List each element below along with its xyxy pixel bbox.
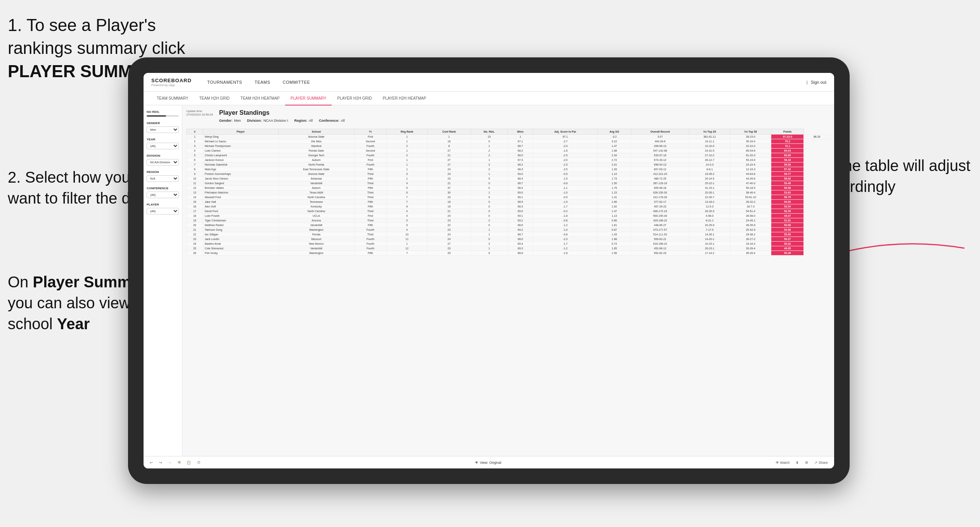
cell-12-5: 30: [427, 190, 471, 195]
toolbar-settings[interactable]: ⚙: [803, 460, 810, 465]
cell-24-9: 1.65: [597, 246, 631, 251]
filter-player-select[interactable]: (All): [147, 208, 179, 214]
cell-15-2: Kentucky: [278, 204, 354, 209]
filter-player: Player (All): [147, 203, 179, 214]
table-header-row: # Player School Yr Reg Rank Conf Rank No…: [187, 129, 830, 135]
cell-6-11: 14-3-3: [689, 162, 730, 167]
cell-5-10: 674-33-12: [631, 158, 689, 162]
cell-19-10: 448-85-27: [631, 223, 689, 228]
cell-2-5: 8: [427, 144, 471, 149]
cell-18-3: Third: [354, 218, 386, 223]
cell-7-6: 2: [471, 167, 507, 172]
cell-10-1: Gordon Sargent: [203, 181, 278, 186]
table-row: 21Taehoon SongWashingtonFourth423169.2-1…: [187, 228, 830, 232]
sub-nav-player-h2h-heatmap[interactable]: PLAYER H2H HEATMAP: [377, 92, 432, 105]
col-avg-sg: Avg SG: [597, 129, 631, 135]
sub-nav-player-summary[interactable]: PLAYER SUMMARY: [285, 92, 332, 105]
cell-24-13: 49.95: [771, 246, 804, 251]
filter-division-select[interactable]: NCAA Division I: [147, 159, 179, 166]
annotation-4-bold2: Year: [57, 315, 90, 332]
filter-conference-label: Conference: [147, 187, 179, 190]
cell-21-7: 68.7: [507, 232, 533, 237]
cell-14-4: 7: [386, 200, 427, 204]
cell-1-6: 0: [471, 139, 507, 144]
toolbar-back[interactable]: ←: [167, 460, 173, 465]
nav-tournaments[interactable]: TOURNAMENTS: [201, 73, 248, 92]
cell-0-10: 3.07: [631, 135, 689, 139]
toolbar-redo[interactable]: ↪: [158, 460, 164, 465]
cell-14-13: 50.55: [771, 200, 804, 204]
sign-out-button[interactable]: Sign out: [811, 80, 826, 85]
sub-nav-team-h2h-grid[interactable]: TEAM H2H GRID: [194, 92, 235, 105]
nav-committee[interactable]: COMMITTEE: [277, 73, 317, 92]
nav-teams[interactable]: TEAMS: [248, 73, 276, 92]
cell-9-2: Arkansas: [278, 176, 354, 181]
cell-19-12: 49-35-9: [730, 223, 771, 228]
cell-12-3: Third: [354, 190, 386, 195]
cell-5-3: First: [354, 158, 386, 162]
table-row: 7Nicholas GabrelcikNorth FloridaFourth12…: [187, 162, 830, 167]
cell-8-6: 1: [471, 172, 507, 176]
cell-1-12: 35-16-4: [730, 139, 771, 144]
cell-14-1: Jake Hall: [203, 200, 278, 204]
cell-8-11: 19-39-2: [689, 172, 730, 176]
cell-1-8: -2.7: [533, 139, 597, 144]
filter-region-select[interactable]: N/A: [147, 175, 179, 182]
cell-2-9: 1.47: [597, 144, 631, 149]
filter-gender-select[interactable]: Men: [147, 126, 179, 133]
cell-18-11: 8-21-1: [689, 218, 730, 223]
cell-0-4: 1: [386, 135, 427, 139]
table-row: 12Brendan ValdesAuburnFifth537068.4-1.11…: [187, 186, 830, 190]
cell-18-4: 5: [386, 218, 427, 223]
cell-6-8: -2.3: [533, 162, 597, 167]
cell-13-11: 22-26-7: [689, 195, 730, 200]
toolbar-clock[interactable]: ⏱: [196, 460, 202, 465]
sub-nav-team-h2h-heatmap[interactable]: TEAM H2H HEATMAP: [235, 92, 285, 105]
cell-21-0: 22: [187, 232, 203, 237]
filter-slider[interactable]: [147, 115, 179, 117]
toolbar-download[interactable]: ⬇: [794, 460, 800, 465]
cell-22-8: -2.3: [533, 237, 597, 242]
table-row: 10Jacob Skov OlesenArkansasFifth123068.4…: [187, 176, 830, 181]
filter-conference-select[interactable]: (All): [147, 192, 179, 198]
cell-17-8: -1.8: [533, 214, 597, 218]
cell-16-8: -0.2: [533, 209, 597, 214]
cell-13-8: -0.5: [533, 195, 597, 200]
cell-12-1: Phichaksn Maichon: [203, 190, 278, 195]
cell-11-13: 50.96: [771, 186, 804, 190]
cell-20-8: -1.0: [533, 228, 597, 232]
col-points: Points: [771, 129, 804, 135]
cell-3-8: -1.6: [533, 149, 597, 153]
sub-nav-player-h2h-grid[interactable]: PLAYER H2H GRID: [332, 92, 377, 105]
cell-14-11: 13-18-2: [689, 200, 730, 204]
cell-2-8: -2.0: [533, 144, 597, 149]
cell-21-4: 10: [386, 232, 427, 237]
toolbar-copy[interactable]: ⧉: [177, 460, 182, 465]
cell-0-5: 1: [427, 135, 471, 139]
cell-1-7: 67.1: [507, 139, 533, 144]
col-adj-score: Adj. Score to Par: [533, 129, 597, 135]
toolbar-paste[interactable]: 📋: [185, 460, 192, 465]
cell-4-2: Georgia Tech: [278, 153, 354, 158]
toolbar-watch[interactable]: 👁 Watch: [774, 460, 791, 465]
cell-15-6: 0: [471, 204, 507, 209]
toolbar-share[interactable]: ↗ Share: [813, 460, 829, 465]
filter-region: Region N/A: [147, 170, 179, 182]
tablet-screen: SCOREBOARD Powered by clipp TOURNAMENTS …: [144, 73, 834, 468]
table-row: 16Alex GoffKentuckyFifth819068.3-1.71.92…: [187, 204, 830, 209]
cell-5-9: 2.72: [597, 158, 631, 162]
cell-22-11: 14-20-1: [689, 237, 730, 242]
sub-nav-team-summary[interactable]: TEAM SUMMARY: [151, 92, 194, 105]
cell-8-7: 69.0: [507, 172, 533, 176]
filter-year-select[interactable]: (All): [147, 143, 179, 149]
cell-10-10: 387-133-16: [631, 181, 689, 186]
table-row: 9Preston SummerhaysArizona StateThird324…: [187, 172, 830, 176]
toolbar-undo[interactable]: ↩: [148, 460, 154, 465]
table-row: 1Wenyi DingArizona StateFirst1115167.1-3…: [187, 135, 830, 139]
cell-4-9: 2.34: [597, 153, 631, 158]
cell-20-7: 69.2: [507, 228, 533, 232]
cell-17-2: UCLA: [278, 214, 354, 218]
cell-19-4: 9: [386, 223, 427, 228]
table-row: 18Luke PowellUCLAFirst424069.1-1.81.1350…: [187, 214, 830, 218]
col-no-rds: No. Rds.: [471, 129, 507, 135]
